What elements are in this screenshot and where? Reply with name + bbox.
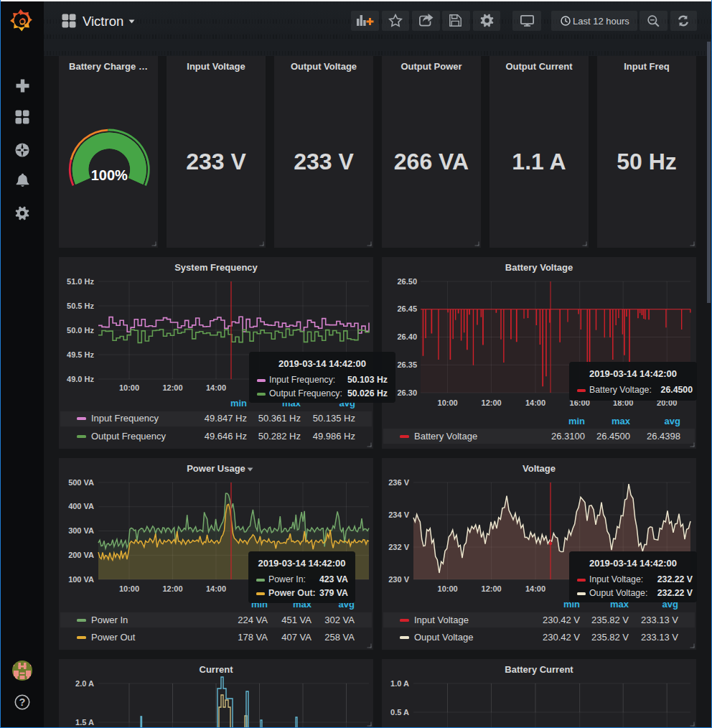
- svg-text:100%: 100%: [91, 167, 128, 183]
- svg-text:?: ?: [19, 696, 26, 708]
